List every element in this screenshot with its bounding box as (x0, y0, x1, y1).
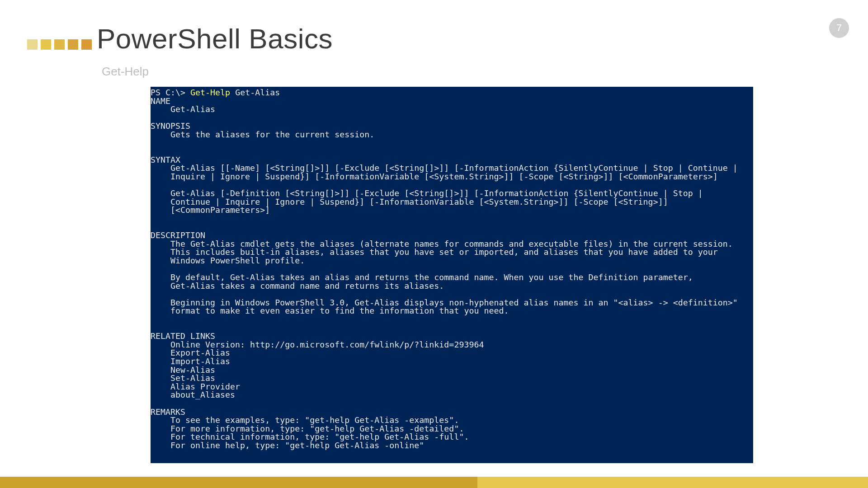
page-number-badge: 7 (829, 18, 849, 38)
footer-accent-left (0, 477, 477, 488)
footer-accent-bar (0, 477, 868, 488)
console-argument: Get-Alias (230, 88, 280, 97)
console-command: Get-Help (190, 88, 230, 97)
slide-title: PowerShell Basics (97, 23, 333, 55)
decor-square (27, 39, 38, 50)
decor-square (41, 39, 51, 50)
decor-square (54, 39, 65, 50)
console-output: NAME Get-Alias SYNOPSIS Gets the aliases… (151, 96, 738, 450)
decor-square (68, 39, 78, 50)
powershell-console: PS C:\> Get-Help Get-Alias NAME Get-Alia… (151, 87, 753, 463)
decor-squares (27, 39, 92, 50)
slide-subtitle: Get-Help (102, 65, 149, 79)
footer-accent-right (477, 477, 868, 488)
decor-square (81, 39, 92, 50)
